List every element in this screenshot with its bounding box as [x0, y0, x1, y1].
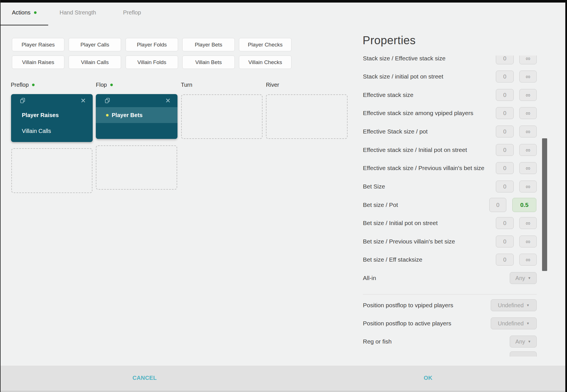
- card-action-player-bets[interactable]: Player Bets: [96, 107, 177, 123]
- flop-label-text: Flop: [96, 82, 107, 88]
- turn-empty-slot[interactable]: [181, 94, 263, 139]
- properties-scroll-area[interactable]: Stack size / Effective stack size 0 ∞ St…: [361, 56, 544, 357]
- min-value-button[interactable]: 0: [496, 71, 514, 82]
- min-value: 0: [503, 238, 506, 245]
- min-value-button[interactable]: 0: [496, 126, 514, 137]
- tab-actions[interactable]: Actions: [12, 9, 37, 16]
- max-value: ∞: [526, 91, 530, 99]
- max-value-button[interactable]: ∞: [519, 254, 537, 266]
- position-vpiped-dropdown[interactable]: Undefined ▼: [491, 299, 537, 311]
- max-value: ∞: [526, 219, 530, 227]
- copy-icon[interactable]: [20, 98, 26, 104]
- villain-calls-button[interactable]: Villain Calls: [69, 56, 121, 69]
- max-value-button[interactable]: ∞: [519, 107, 537, 119]
- villain-calls-label: Villain Calls: [81, 59, 109, 65]
- street-label-preflop: Preflop: [11, 82, 35, 88]
- prop-row-all-in: All-in Any ▼: [361, 272, 544, 284]
- villain-folds-button[interactable]: Villain Folds: [126, 56, 178, 69]
- max-value-button[interactable]: ∞: [519, 181, 537, 192]
- min-value-button[interactable]: 0: [496, 89, 514, 101]
- max-value-button-selected[interactable]: 0.5: [512, 198, 536, 212]
- min-value-button[interactable]: 0: [496, 56, 514, 64]
- max-value-button[interactable]: ∞: [519, 162, 537, 174]
- tab-hand-strength[interactable]: Hand Strength: [60, 9, 96, 16]
- min-value-button[interactable]: 0: [496, 236, 514, 247]
- min-value-button[interactable]: 0: [489, 198, 506, 212]
- max-value-button[interactable]: ∞: [519, 144, 537, 156]
- player-bets-button[interactable]: Player Bets: [182, 38, 235, 51]
- max-value-button[interactable]: ∞: [519, 56, 537, 64]
- card-action-villain-calls[interactable]: Villain Calls: [11, 123, 93, 139]
- player-raises-button[interactable]: Player Raises: [12, 38, 64, 51]
- max-value-button[interactable]: ∞: [519, 217, 537, 229]
- min-value-button[interactable]: 0: [496, 217, 514, 229]
- villain-raises-button[interactable]: Villain Raises: [12, 56, 64, 69]
- max-value-button[interactable]: ∞: [519, 236, 537, 247]
- min-value-button[interactable]: 0: [496, 162, 514, 174]
- card-action-player-raises[interactable]: Player Raises: [11, 107, 93, 123]
- clipped-dropdown[interactable]: [510, 351, 537, 357]
- tab-preflop[interactable]: Preflop: [123, 9, 141, 16]
- player-folds-button[interactable]: Player Folds: [126, 38, 178, 51]
- street-label-flop: Flop: [96, 82, 113, 88]
- min-value: 0: [503, 110, 506, 116]
- prop-label: Position postflop to vpiped players: [363, 302, 453, 309]
- reg-or-fish-dropdown[interactable]: Any ▼: [510, 336, 537, 347]
- window-bottom-edge: [1, 391, 565, 392]
- max-value-button[interactable]: ∞: [519, 71, 537, 82]
- prop-row-bet-villain-bet: Bet size / Previous villain's bet size 0…: [361, 236, 544, 247]
- all-in-dropdown[interactable]: Any ▼: [510, 272, 537, 284]
- close-icon[interactable]: ✕: [81, 98, 86, 104]
- villain-bets-button[interactable]: Villain Bets: [182, 56, 235, 69]
- prop-label: Stack size / initial pot on street: [363, 73, 443, 80]
- max-value-button[interactable]: ∞: [519, 126, 537, 137]
- prop-row-bet-eff-stack: Bet size / Eff stacksize 0 ∞: [361, 254, 544, 266]
- preflop-label-text: Preflop: [11, 82, 29, 88]
- preflop-empty-slot[interactable]: [11, 148, 92, 193]
- min-value: 0: [496, 202, 499, 208]
- player-calls-button[interactable]: Player Calls: [69, 38, 121, 51]
- flop-action-card[interactable]: ✕ Player Bets: [96, 94, 177, 139]
- flop-empty-slot[interactable]: [96, 145, 177, 190]
- prop-label: Effective Stack size / pot: [363, 128, 428, 135]
- street-label-turn: Turn: [181, 82, 192, 88]
- position-active-dropdown[interactable]: Undefined ▼: [491, 317, 537, 329]
- prop-row-bet-initpot: Bet size / Initial pot on street 0 ∞: [361, 217, 544, 229]
- max-value: ∞: [526, 73, 530, 80]
- tab-preflop-label: Preflop: [123, 9, 141, 16]
- prop-label: Effective stack size / Previous villain'…: [363, 165, 484, 171]
- copy-icon[interactable]: [104, 98, 111, 104]
- dropdown-value: Any: [515, 338, 525, 345]
- player-checks-button[interactable]: Player Checks: [239, 38, 291, 51]
- street-label-river: River: [266, 82, 279, 88]
- min-value-button[interactable]: 0: [496, 254, 514, 266]
- active-action-bullet: [106, 114, 109, 116]
- preflop-status-dot: [32, 84, 35, 86]
- ok-button[interactable]: OK: [424, 375, 433, 381]
- close-icon[interactable]: ✕: [165, 98, 171, 104]
- chevron-down-icon: ▼: [526, 321, 530, 325]
- min-value-button[interactable]: 0: [496, 181, 514, 192]
- min-value: 0: [503, 56, 506, 62]
- window-left-edge: [0, 0, 1, 392]
- preflop-action-card[interactable]: ✕ Player Raises Villain Calls: [11, 94, 93, 142]
- dropdown-value: Undefined: [498, 320, 524, 327]
- prop-label: Effective stack size: [363, 92, 413, 98]
- footer-bar: [0, 366, 567, 392]
- window-top-edge: [0, 0, 567, 3]
- cancel-button[interactable]: CANCEL: [132, 375, 157, 381]
- min-value-button[interactable]: 0: [496, 144, 514, 156]
- dropdown-value: Any: [515, 275, 525, 281]
- properties-divider: [363, 294, 537, 294]
- prop-row-bet-size-pot: Bet size / Pot 0 0.5: [361, 198, 544, 212]
- min-value: 0: [503, 73, 506, 80]
- river-empty-slot[interactable]: [266, 94, 348, 139]
- properties-scrollbar-thumb[interactable]: [542, 138, 547, 271]
- max-value: ∞: [526, 238, 530, 245]
- chevron-down-icon: ▼: [528, 276, 531, 280]
- villain-checks-button[interactable]: Villain Checks: [239, 56, 291, 69]
- prop-row-eff-stack: Effective stack size 0 ∞: [361, 89, 544, 101]
- min-value-button[interactable]: 0: [496, 107, 514, 119]
- prop-label: Effective stack size / Initial pot on st…: [363, 147, 467, 153]
- max-value-button[interactable]: ∞: [519, 89, 537, 101]
